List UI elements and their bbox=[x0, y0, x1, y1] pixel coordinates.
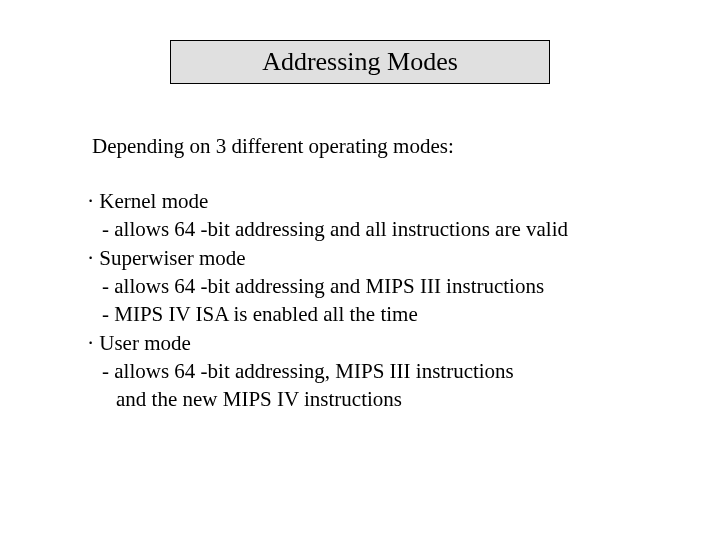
mode-name: User mode bbox=[99, 329, 191, 357]
mode-name: Kernel mode bbox=[99, 187, 208, 215]
mode-item: · Kernel mode bbox=[88, 187, 640, 215]
content-block: · Kernel mode - allows 64 -bit addressin… bbox=[88, 187, 640, 414]
intro-text: Depending on 3 different operating modes… bbox=[92, 134, 640, 159]
mode-name: Superwiser mode bbox=[99, 244, 245, 272]
mode-detail: - allows 64 -bit addressing and all inst… bbox=[102, 215, 640, 243]
mode-item: · User mode bbox=[88, 329, 640, 357]
mode-detail: - allows 64 -bit addressing and MIPS III… bbox=[102, 272, 640, 300]
slide: Addressing Modes Depending on 3 differen… bbox=[0, 0, 720, 540]
bullet-icon: · bbox=[88, 329, 93, 357]
slide-title: Addressing Modes bbox=[191, 47, 529, 77]
mode-detail: and the new MIPS IV instructions bbox=[116, 385, 640, 413]
mode-item: · Superwiser mode bbox=[88, 244, 640, 272]
bullet-icon: · bbox=[88, 187, 93, 215]
title-box: Addressing Modes bbox=[170, 40, 550, 84]
bullet-icon: · bbox=[88, 244, 93, 272]
mode-detail: - MIPS IV ISA is enabled all the time bbox=[102, 300, 640, 328]
mode-detail: - allows 64 -bit addressing, MIPS III in… bbox=[102, 357, 640, 385]
